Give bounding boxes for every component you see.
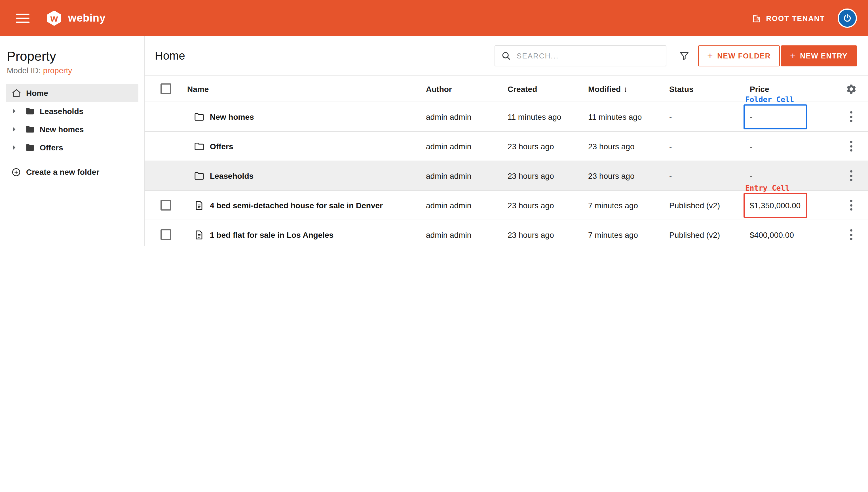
power-icon bbox=[842, 13, 852, 23]
row-status: - bbox=[669, 142, 750, 151]
row-menu-kebab-icon[interactable] bbox=[846, 108, 857, 125]
row-price: - bbox=[750, 142, 752, 151]
folder-icon bbox=[193, 141, 205, 152]
row-price: $400,000.00 bbox=[750, 230, 794, 239]
table-row[interactable]: 4 bed semi-detached house for sale in De… bbox=[144, 191, 868, 220]
row-status: - bbox=[669, 112, 750, 121]
row-author: admin admin bbox=[426, 112, 507, 121]
user-avatar[interactable] bbox=[837, 8, 857, 28]
row-price: $1,350,000.00 bbox=[750, 201, 800, 210]
row-status: - bbox=[669, 171, 750, 180]
row-created: 23 hours ago bbox=[507, 142, 588, 151]
row-price: - bbox=[750, 171, 752, 180]
row-author: admin admin bbox=[426, 171, 507, 180]
main-content: Home + NEW FOLDER + NEW ENTRY bbox=[144, 36, 868, 246]
row-author: admin admin bbox=[426, 142, 507, 151]
row-author: admin admin bbox=[426, 201, 507, 210]
table-row[interactable]: 1 bed flat for sale in Los Angeles admin… bbox=[144, 220, 868, 246]
row-created: 23 hours ago bbox=[507, 201, 588, 210]
row-checkbox[interactable] bbox=[160, 229, 171, 240]
row-modified: 23 hours ago bbox=[588, 171, 669, 180]
row-name[interactable]: 4 bed semi-detached house for sale in De… bbox=[210, 201, 383, 210]
content-header: Home + NEW FOLDER + NEW ENTRY bbox=[144, 36, 868, 76]
folder-icon bbox=[25, 124, 35, 134]
table-header: Name Author Created Modified↓ Status Pri… bbox=[144, 76, 868, 102]
column-header-price[interactable]: Price bbox=[750, 84, 835, 93]
row-modified: 11 minutes ago bbox=[588, 112, 669, 121]
table-row[interactable]: Offers admin admin 23 hours ago 23 hours… bbox=[144, 132, 868, 161]
app-root: w webiny ROOT TENANT bbox=[0, 0, 868, 246]
search-icon bbox=[501, 50, 511, 61]
select-all-checkbox[interactable] bbox=[160, 83, 171, 94]
column-header-modified[interactable]: Modified↓ bbox=[588, 84, 669, 93]
model-id: Model ID: property bbox=[7, 66, 137, 75]
row-menu-kebab-icon[interactable] bbox=[846, 138, 857, 154]
row-menu-kebab-icon[interactable] bbox=[846, 197, 857, 213]
row-created: 23 hours ago bbox=[507, 171, 588, 180]
new-folder-button[interactable]: + NEW FOLDER bbox=[698, 45, 780, 66]
chevron-right-icon[interactable] bbox=[11, 145, 17, 150]
folder-icon bbox=[25, 106, 35, 116]
search-box bbox=[495, 45, 666, 66]
row-created: 11 minutes ago bbox=[507, 112, 588, 121]
building-icon bbox=[751, 13, 761, 23]
row-menu-kebab-icon[interactable] bbox=[846, 226, 857, 243]
row-modified: 23 hours ago bbox=[588, 142, 669, 151]
row-checkbox[interactable] bbox=[160, 200, 171, 211]
row-created: 23 hours ago bbox=[507, 230, 588, 239]
circle-plus-icon bbox=[11, 167, 21, 177]
sidebar-item-label: New homes bbox=[40, 125, 84, 134]
row-name[interactable]: 1 bed flat for sale in Los Angeles bbox=[210, 230, 334, 239]
home-icon bbox=[11, 88, 22, 98]
column-header-author[interactable]: Author bbox=[426, 84, 507, 93]
row-menu-kebab-icon[interactable] bbox=[846, 167, 857, 184]
row-modified: 7 minutes ago bbox=[588, 230, 669, 239]
new-entry-button[interactable]: + NEW ENTRY bbox=[781, 45, 857, 66]
column-header-status[interactable]: Status bbox=[669, 84, 750, 93]
row-status: Published (v2) bbox=[669, 230, 750, 239]
sidebar-item-offers[interactable]: Offers bbox=[6, 139, 138, 157]
file-icon bbox=[193, 199, 205, 211]
tenant-label: ROOT TENANT bbox=[766, 14, 825, 22]
folder-icon bbox=[193, 111, 205, 122]
column-header-name[interactable]: Name bbox=[187, 84, 426, 93]
row-modified: 7 minutes ago bbox=[588, 201, 669, 210]
sidebar-item-new-homes[interactable]: New homes bbox=[6, 120, 138, 139]
chevron-right-icon[interactable] bbox=[11, 108, 17, 114]
row-price: - bbox=[750, 112, 752, 121]
plus-icon: + bbox=[790, 51, 796, 60]
column-header-created[interactable]: Created bbox=[507, 84, 588, 93]
chevron-right-icon[interactable] bbox=[11, 126, 17, 132]
sort-desc-icon: ↓ bbox=[624, 84, 628, 93]
sidebar-item-label: Home bbox=[26, 89, 48, 98]
table-row[interactable]: Leaseholds admin admin 23 hours ago 23 h… bbox=[144, 161, 868, 191]
row-status: Published (v2) bbox=[669, 201, 750, 210]
create-folder-label: Create a new folder bbox=[26, 167, 99, 176]
row-name[interactable]: Offers bbox=[210, 142, 233, 151]
topbar-right: ROOT TENANT bbox=[751, 8, 857, 28]
search-input[interactable] bbox=[517, 52, 660, 60]
model-id-value: property bbox=[43, 66, 72, 75]
annotation-box: Folder Cell bbox=[743, 104, 807, 129]
table-row[interactable]: New homes admin admin 11 minutes ago 11 … bbox=[144, 102, 868, 132]
model-title: Property bbox=[7, 49, 137, 64]
folder-icon bbox=[193, 170, 205, 181]
table-body: New homes admin admin 11 minutes ago 11 … bbox=[144, 102, 868, 246]
sidebar-item-leaseholds[interactable]: Leaseholds bbox=[6, 102, 138, 120]
filter-icon[interactable] bbox=[679, 50, 690, 61]
row-name[interactable]: Leaseholds bbox=[210, 171, 254, 180]
table-settings-gear-icon[interactable] bbox=[846, 83, 857, 95]
hamburger-menu-icon[interactable] bbox=[16, 13, 29, 23]
row-name[interactable]: New homes bbox=[210, 112, 254, 121]
page-title: Home bbox=[155, 49, 185, 63]
sidebar-item-label: Leaseholds bbox=[40, 107, 83, 116]
top-bar: w webiny ROOT TENANT bbox=[0, 0, 868, 36]
sidebar: Property Model ID: property Home bbox=[0, 36, 144, 246]
create-folder-button[interactable]: Create a new folder bbox=[6, 164, 138, 180]
brand-name: webiny bbox=[68, 12, 105, 24]
file-icon bbox=[193, 229, 205, 240]
folder-icon bbox=[25, 143, 35, 153]
tenant-selector[interactable]: ROOT TENANT bbox=[751, 13, 825, 23]
sidebar-item-home[interactable]: Home bbox=[6, 84, 138, 102]
webiny-logo[interactable]: w webiny bbox=[47, 10, 105, 26]
